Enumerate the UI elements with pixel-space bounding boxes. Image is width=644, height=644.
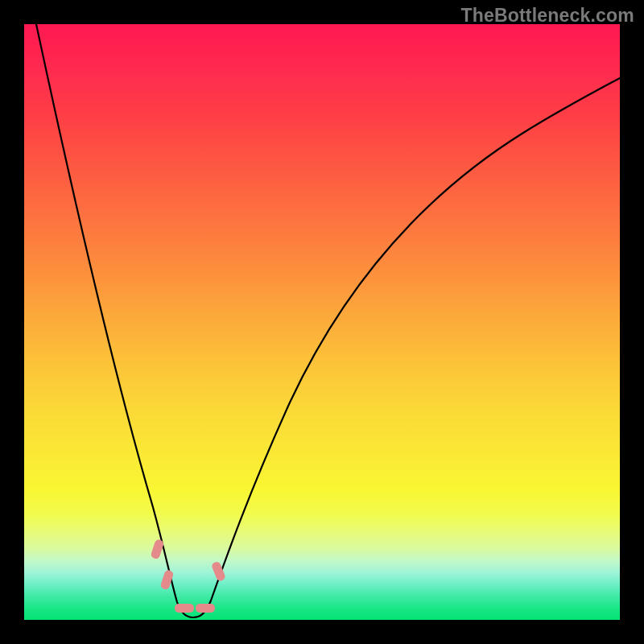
valley-marker-3 bbox=[175, 604, 194, 613]
bottleneck-curve bbox=[24, 24, 620, 620]
curve-path bbox=[36, 24, 620, 617]
valley-marker-1 bbox=[151, 539, 165, 559]
watermark-text: TheBottleneck.com bbox=[460, 5, 634, 27]
valley-marker-4 bbox=[196, 604, 215, 613]
chart-plot-area bbox=[24, 24, 620, 620]
